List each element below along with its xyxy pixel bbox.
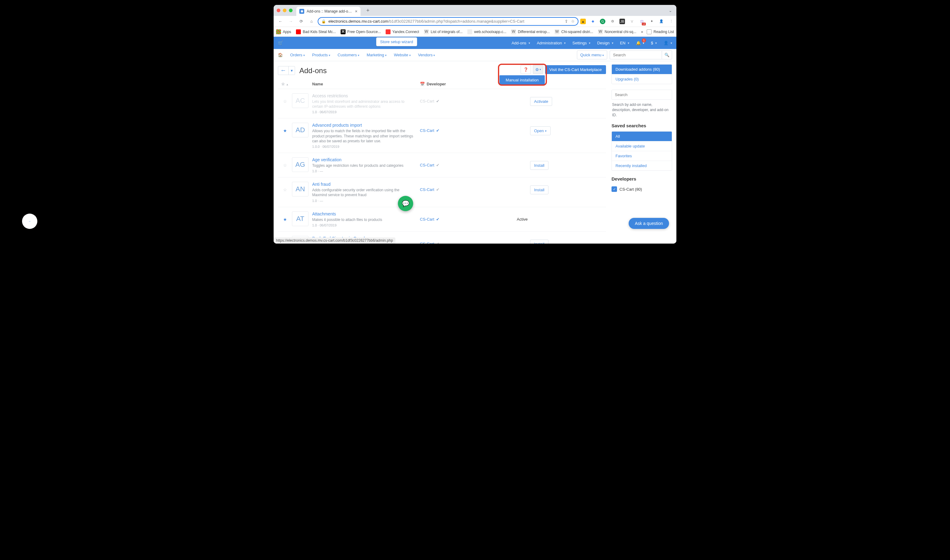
nav-products[interactable]: Products	[312, 52, 330, 57]
page-back-dropdown[interactable]: ▾	[288, 66, 295, 75]
share-icon[interactable]: ⇪	[565, 19, 568, 23]
bookmark-item[interactable]: web.schoolxapp.c...	[467, 29, 506, 34]
col-favorite-icon[interactable]: ☆ ▲	[278, 82, 292, 86]
addon-developer[interactable]: CS-Cart ✔	[419, 157, 494, 168]
ext-grammarly-icon[interactable]: G	[600, 18, 605, 24]
lock-icon: 🔒	[321, 19, 326, 23]
reading-list-button[interactable]: Reading List	[647, 29, 674, 34]
ext-drive-icon[interactable]: ▲	[580, 18, 586, 24]
addon-status	[494, 182, 530, 187]
menu-account[interactable]: 👤	[664, 41, 672, 45]
favorite-star-icon[interactable]: ☆	[278, 157, 292, 168]
close-window-icon[interactable]	[277, 9, 280, 12]
col-name[interactable]: Name	[312, 82, 419, 86]
ext-badge-icon[interactable]: ◫14	[639, 18, 645, 24]
apps-shortcut[interactable]: Apps	[276, 29, 291, 34]
notifications-icon[interactable]: 🔔1▾	[636, 41, 644, 45]
sidebar-tab-downloaded[interactable]: Downloaded addons (80)	[612, 65, 672, 74]
addon-title[interactable]: Age verification	[312, 157, 419, 162]
back-button[interactable]: ←	[276, 17, 285, 26]
addon-title[interactable]: Attachments	[312, 211, 419, 216]
nav-orders[interactable]: Orders	[290, 52, 305, 57]
saved-search-available-update[interactable]: Available update	[612, 141, 672, 151]
favorite-star-icon[interactable]: ☆	[278, 182, 292, 192]
menu-currency[interactable]: $	[651, 41, 657, 45]
maximize-window-icon[interactable]	[289, 9, 293, 12]
nav-home-icon[interactable]: 🏠	[278, 52, 283, 57]
help-button[interactable]: ❓	[520, 65, 531, 74]
menu-administration[interactable]: Administration	[537, 41, 566, 45]
address-bar[interactable]: 🔒 electronics.demos.mv.cs-cart.com/b1df3…	[318, 17, 579, 26]
tabs-overflow-icon[interactable]: ⌄	[669, 8, 672, 13]
nav-website[interactable]: Website	[394, 52, 411, 57]
global-search-button[interactable]: 🔍	[662, 51, 672, 59]
nav-marketing[interactable]: Marketing	[366, 52, 386, 57]
menu-language[interactable]: EN	[620, 41, 629, 45]
store-setup-wizard-button[interactable]: Store setup wizard	[376, 37, 417, 46]
minimize-window-icon[interactable]	[283, 9, 286, 12]
saved-search-recently-installed[interactable]: Recently installed	[612, 161, 672, 171]
tab-close-icon[interactable]: ×	[355, 9, 357, 14]
addon-developer[interactable]: CS-Cart ✔	[419, 93, 494, 103]
developer-checkbox-cscart[interactable]: ✓ CS-Cart (80)	[611, 185, 672, 194]
addon-developer[interactable]: CS-Cart ✔	[419, 123, 494, 133]
bookmark-item[interactable]: WNoncentral chi-sq...	[598, 29, 636, 34]
ext-jb-icon[interactable]: JB	[619, 18, 625, 24]
addon-action-button[interactable]: Install	[530, 240, 548, 243]
window-controls[interactable]	[277, 9, 293, 12]
bookmark-item[interactable]: WDifferential entrop...	[511, 29, 550, 34]
visit-marketplace-button[interactable]: Visit the CS-Cart Marketplace	[545, 65, 606, 74]
addon-action-button[interactable]: Install	[530, 161, 548, 170]
ext-puzzle-icon[interactable]: ✦	[649, 18, 654, 24]
floating-logo-icon[interactable]: ◦◦	[22, 214, 37, 229]
addon-developer[interactable]: CS-Cart ✔	[419, 236, 494, 243]
sidebar-search-input[interactable]	[611, 90, 672, 100]
bookmark-item[interactable]: Yandex.Connect	[386, 29, 419, 34]
kebab-menu-icon[interactable]: ⋮	[668, 18, 674, 24]
gear-dropdown-item-manual-installation[interactable]: Manual installation	[499, 75, 545, 85]
favorite-star-icon[interactable]: ★	[278, 211, 292, 222]
sidebar-tab-upgrades[interactable]: Upgrades (0)	[612, 74, 672, 84]
addon-developer[interactable]: CS-Cart ✔	[419, 211, 494, 222]
chat-fab-icon[interactable]: 💬	[398, 196, 413, 211]
reload-button[interactable]: ⟳	[297, 17, 305, 26]
ext-v-icon[interactable]: V	[629, 18, 635, 24]
nav-customers[interactable]: Customers	[337, 52, 359, 57]
menu-settings[interactable]: Settings	[572, 41, 590, 45]
global-search-input[interactable]	[610, 51, 662, 59]
favorite-star-icon[interactable]: ★	[278, 123, 292, 133]
menu-addons[interactable]: Add-ons	[511, 41, 530, 45]
addon-action-button[interactable]: Activate	[530, 97, 552, 106]
addon-title[interactable]: Access restrictions	[312, 93, 419, 98]
bookmarks-bar: Apps Bad Kids Steal Mc... ⌘Free Open-Sou…	[274, 27, 676, 37]
gear-button[interactable]: ⚙ ▾	[533, 65, 543, 74]
star-icon[interactable]: ☆	[571, 19, 575, 23]
bookmark-item[interactable]: Bad Kids Steal Mc...	[296, 29, 336, 34]
profile-avatar-icon[interactable]: 👤	[659, 18, 664, 24]
addon-developer[interactable]: CS-Cart ✔	[419, 182, 494, 192]
new-tab-button[interactable]: +	[363, 7, 372, 14]
nav-vendors[interactable]: Vendors	[418, 52, 435, 57]
bookmarks-overflow-icon[interactable]: »	[641, 30, 643, 34]
ask-question-button[interactable]: Ask a question	[629, 218, 669, 229]
page-back-button[interactable]: 🡐	[278, 66, 288, 75]
addon-title[interactable]: Anti fraud	[312, 182, 419, 187]
bookmark-item[interactable]: ⌘Free Open-Source...	[341, 29, 381, 34]
ext-gear-icon[interactable]: ✿	[610, 18, 615, 24]
home-button[interactable]: ⌂	[307, 17, 316, 26]
addon-title[interactable]: Advanced products import	[312, 123, 419, 128]
addon-action-button[interactable]: Open ▾	[530, 126, 551, 135]
quick-menu-button[interactable]: Quick menu	[577, 51, 607, 59]
browser-tab[interactable]: ✱ Add-ons :: Manage add-ons - / ×	[296, 7, 360, 16]
ext-diamond-icon[interactable]: ◆	[590, 18, 596, 24]
favorite-star-icon[interactable]: ☆	[278, 93, 292, 104]
bookmark-item[interactable]: WList of integrals of...	[424, 29, 462, 34]
saved-search-favorites[interactable]: Favorites	[612, 151, 672, 161]
col-developer[interactable]: 📅Developer	[419, 82, 494, 86]
cart-icon[interactable]: 🛒	[278, 40, 283, 45]
saved-search-all[interactable]: All	[612, 132, 672, 141]
addon-meta: 1.0 · 06/07/2019	[312, 223, 419, 227]
addon-action-button[interactable]: Install	[530, 185, 548, 194]
menu-design[interactable]: Design	[597, 41, 613, 45]
bookmark-item[interactable]: WChi-squared distri...	[554, 29, 593, 34]
